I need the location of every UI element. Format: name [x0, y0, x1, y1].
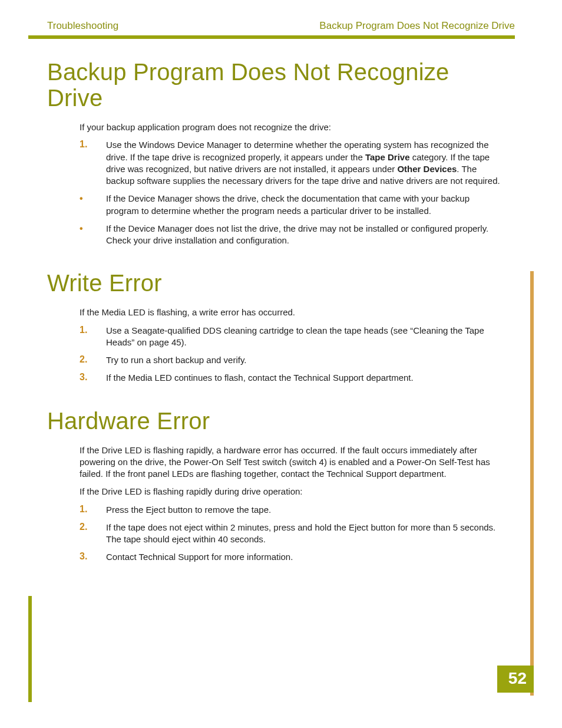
list-item: 1. Use a Seagate-qualified DDS cleaning … [80, 325, 501, 349]
left-margin-bar [28, 596, 32, 702]
section-title: Backup Program Does Not Recognize Drive [47, 59, 501, 111]
list-text: Use the Windows Device Manager to determ… [106, 139, 501, 187]
list-text: If the Device Manager shows the drive, c… [106, 193, 501, 217]
list-item: 3. If the Media LED continues to flash, … [80, 372, 501, 384]
section-intro: If your backup application program does … [80, 121, 501, 133]
list-text: If the tape does not eject within 2 minu… [106, 522, 501, 546]
list-marker: 1. [80, 504, 106, 516]
list-marker: 2. [80, 522, 106, 546]
list-text: If the Device Manager does not list the … [106, 223, 501, 247]
header-left: Troubleshooting [47, 20, 118, 32]
running-header: Troubleshooting Backup Program Does Not … [47, 20, 515, 32]
section-intro: If the Media LED is flashing, a write er… [80, 307, 501, 318]
list-text: If the Media LED continues to flash, con… [106, 372, 501, 384]
list-item: 1. Press the Eject button to remove the … [80, 504, 501, 516]
page: Troubleshooting Backup Program Does Not … [0, 0, 562, 728]
list-marker: • [80, 193, 106, 217]
list-item: 2. Try to run a short backup and verify. [80, 354, 501, 366]
section-list: 1. Use a Seagate-qualified DDS cleaning … [80, 325, 501, 384]
list-item: 1. Use the Windows Device Manager to det… [80, 139, 501, 187]
list-marker: 1. [80, 139, 106, 187]
list-marker: 3. [80, 551, 106, 563]
section-title: Hardware Error [47, 408, 501, 434]
page-number: 52 [497, 666, 534, 693]
content-area: Backup Program Does Not Recognize Drive … [47, 53, 501, 569]
header-right: Backup Program Does Not Recognize Drive [319, 20, 515, 32]
list-text: Use a Seagate-qualified DDS cleaning car… [106, 325, 501, 349]
section-list: 1. Use the Windows Device Manager to det… [80, 139, 501, 246]
section-intro: If the Drive LED is flashing rapidly, a … [80, 444, 501, 480]
list-marker: 2. [80, 354, 106, 366]
list-text: Contact Technical Support for more infor… [106, 551, 501, 563]
section-intro-2: If the Drive LED is flashing rapidly dur… [80, 486, 501, 498]
list-item: 2. If the tape does not eject within 2 m… [80, 522, 501, 546]
header-rule [28, 35, 515, 39]
list-item: • If the Device Manager shows the drive,… [80, 193, 501, 217]
list-marker: • [80, 223, 106, 247]
list-item: • If the Device Manager does not list th… [80, 223, 501, 247]
section-list: 1. Press the Eject button to remove the … [80, 504, 501, 564]
list-marker: 1. [80, 325, 106, 349]
list-text: Try to run a short backup and verify. [106, 354, 501, 366]
list-text: Press the Eject button to remove the tap… [106, 504, 501, 516]
section-title: Write Error [47, 270, 501, 296]
list-item: 3. Contact Technical Support for more in… [80, 551, 501, 563]
right-margin-bar [530, 271, 534, 696]
list-marker: 3. [80, 372, 106, 384]
